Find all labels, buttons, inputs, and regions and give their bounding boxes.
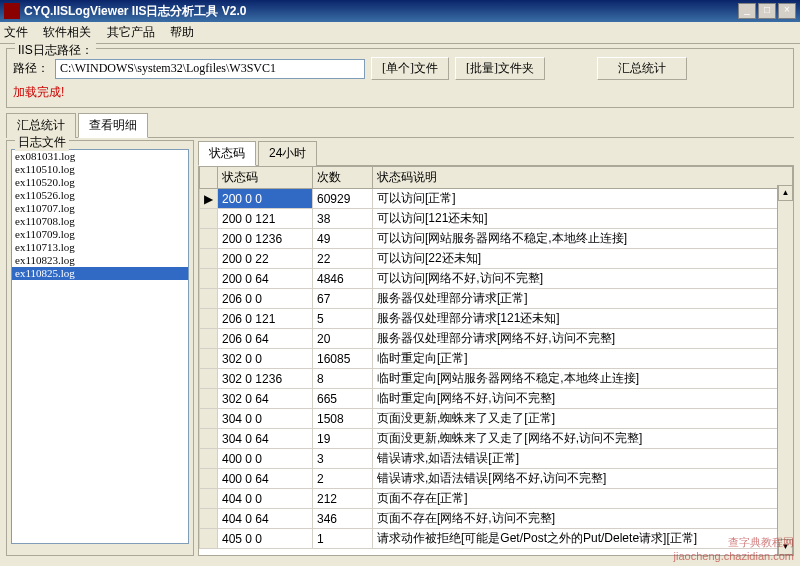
menu-software[interactable]: 软件相关 [43, 25, 91, 39]
file-list-item[interactable]: ex110510.log [12, 163, 188, 176]
table-row[interactable]: 302 0 64665临时重定向[网络不好,访问不完整] [200, 389, 793, 409]
sub-tabs: 状态码 24小时 [198, 140, 794, 166]
cell-c2: 服务器仅处理部分请求[网络不好,访问不完整] [373, 329, 793, 349]
cell-c0: 302 0 64 [218, 389, 313, 409]
table-row[interactable]: 405 0 01请求动作被拒绝[可能是Get/Post之外的Put/Delete… [200, 529, 793, 549]
scroll-up-icon[interactable]: ▲ [778, 185, 793, 201]
row-header [200, 369, 218, 389]
cell-c2: 可以访问[22还未知] [373, 249, 793, 269]
menu-other[interactable]: 其它产品 [107, 25, 155, 39]
cell-c1: 22 [313, 249, 373, 269]
table-row[interactable]: 304 0 6419页面没更新,蜘蛛来了又走了[网络不好,访问不完整] [200, 429, 793, 449]
file-list-item[interactable]: ex110526.log [12, 189, 188, 202]
file-list-item[interactable]: ex110823.log [12, 254, 188, 267]
col-description[interactable]: 状态码说明 [373, 167, 793, 189]
row-header [200, 229, 218, 249]
cell-c0: 302 0 1236 [218, 369, 313, 389]
maximize-button[interactable]: □ [758, 3, 776, 19]
file-list-item[interactable]: ex110713.log [12, 241, 188, 254]
main-tabs: 汇总统计 查看明细 [6, 112, 794, 138]
menubar: 文件 软件相关 其它产品 帮助 [0, 22, 800, 44]
cell-c1: 2 [313, 469, 373, 489]
table-row[interactable]: 302 0 016085临时重定向[正常] [200, 349, 793, 369]
row-header [200, 269, 218, 289]
row-header-col [200, 167, 218, 189]
cell-c1: 60929 [313, 189, 373, 209]
col-count[interactable]: 次数 [313, 167, 373, 189]
table-row[interactable]: 200 0 12138可以访问[121还未知] [200, 209, 793, 229]
table-row[interactable]: 200 0 2222可以访问[22还未知] [200, 249, 793, 269]
menu-file[interactable]: 文件 [4, 25, 28, 39]
table-row[interactable]: 206 0 1215服务器仅处理部分请求[121还未知] [200, 309, 793, 329]
cell-c1: 49 [313, 229, 373, 249]
cell-c1: 67 [313, 289, 373, 309]
table-row[interactable]: 200 0 644846可以访问[网络不好,访问不完整] [200, 269, 793, 289]
cell-c0: 405 0 0 [218, 529, 313, 549]
row-header [200, 449, 218, 469]
tab-24hour[interactable]: 24小时 [258, 141, 317, 166]
table-row[interactable]: 400 0 642错误请求,如语法错误[网络不好,访问不完整] [200, 469, 793, 489]
cell-c2: 服务器仅处理部分请求[正常] [373, 289, 793, 309]
app-icon [4, 3, 20, 19]
path-legend: IIS日志路径： [15, 42, 96, 59]
file-list-item[interactable]: ex110708.log [12, 215, 188, 228]
row-header [200, 249, 218, 269]
menu-help[interactable]: 帮助 [170, 25, 194, 39]
path-input[interactable] [55, 59, 365, 79]
file-list-item[interactable]: ex081031.log [12, 150, 188, 163]
cell-c1: 20 [313, 329, 373, 349]
cell-c1: 16085 [313, 349, 373, 369]
table-row[interactable]: 302 0 12368临时重定向[网站服务器网络不稳定,本地终止连接] [200, 369, 793, 389]
row-header [200, 209, 218, 229]
minimize-button[interactable]: _ [738, 3, 756, 19]
row-header [200, 409, 218, 429]
cell-c2: 可以访问[网站服务器网络不稳定,本地终止连接] [373, 229, 793, 249]
file-list-item[interactable]: ex110520.log [12, 176, 188, 189]
row-header [200, 389, 218, 409]
cell-c0: 400 0 64 [218, 469, 313, 489]
close-button[interactable]: × [778, 3, 796, 19]
cell-c0: 206 0 121 [218, 309, 313, 329]
tab-status-code[interactable]: 状态码 [198, 141, 256, 166]
data-grid[interactable]: 状态码 次数 状态码说明 ▶200 0 060929可以访问[正常]200 0 … [198, 166, 794, 556]
table-row[interactable]: 400 0 03错误请求,如语法错误[正常] [200, 449, 793, 469]
table-row[interactable]: ▶200 0 060929可以访问[正常] [200, 189, 793, 209]
cell-c2: 页面没更新,蜘蛛来了又走了[网络不好,访问不完整] [373, 429, 793, 449]
file-legend: 日志文件 [15, 134, 69, 151]
cell-c1: 3 [313, 449, 373, 469]
file-listbox[interactable]: ex081031.logex110510.logex110520.logex11… [11, 149, 189, 544]
cell-c0: 200 0 64 [218, 269, 313, 289]
col-status-code[interactable]: 状态码 [218, 167, 313, 189]
cell-c1: 5 [313, 309, 373, 329]
row-header [200, 509, 218, 529]
file-list-item[interactable]: ex110707.log [12, 202, 188, 215]
row-header [200, 349, 218, 369]
table-row[interactable]: 206 0 6420服务器仅处理部分请求[网络不好,访问不完整] [200, 329, 793, 349]
file-list-item[interactable]: ex110825.log [12, 267, 188, 280]
cell-c0: 304 0 64 [218, 429, 313, 449]
cell-c1: 346 [313, 509, 373, 529]
table-row[interactable]: 404 0 64346页面不存在[网络不好,访问不完整] [200, 509, 793, 529]
summary-stats-button[interactable]: 汇总统计 [597, 57, 687, 80]
table-row[interactable]: 200 0 123649可以访问[网站服务器网络不稳定,本地终止连接] [200, 229, 793, 249]
vertical-scrollbar[interactable]: ▲ ▼ [777, 185, 793, 555]
table-row[interactable]: 404 0 0212页面不存在[正常] [200, 489, 793, 509]
table-row[interactable]: 304 0 01508页面没更新,蜘蛛来了又走了[正常] [200, 409, 793, 429]
cell-c0: 400 0 0 [218, 449, 313, 469]
scroll-down-icon[interactable]: ▼ [778, 539, 793, 555]
file-list-item[interactable]: ex110709.log [12, 228, 188, 241]
cell-c0: 206 0 64 [218, 329, 313, 349]
cell-c0: 304 0 0 [218, 409, 313, 429]
cell-c0: 404 0 0 [218, 489, 313, 509]
row-header [200, 309, 218, 329]
row-header [200, 529, 218, 549]
tab-detail[interactable]: 查看明细 [78, 113, 148, 138]
cell-c2: 页面没更新,蜘蛛来了又走了[正常] [373, 409, 793, 429]
cell-c2: 页面不存在[网络不好,访问不完整] [373, 509, 793, 529]
cell-c2: 错误请求,如语法错误[正常] [373, 449, 793, 469]
table-row[interactable]: 206 0 067服务器仅处理部分请求[正常] [200, 289, 793, 309]
cell-c0: 200 0 121 [218, 209, 313, 229]
batch-folder-button[interactable]: [批量]文件夹 [455, 57, 545, 80]
titlebar: CYQ.IISLogViewer IIS日志分析工具 V2.0 _ □ × [0, 0, 800, 22]
single-file-button[interactable]: [单个]文件 [371, 57, 449, 80]
